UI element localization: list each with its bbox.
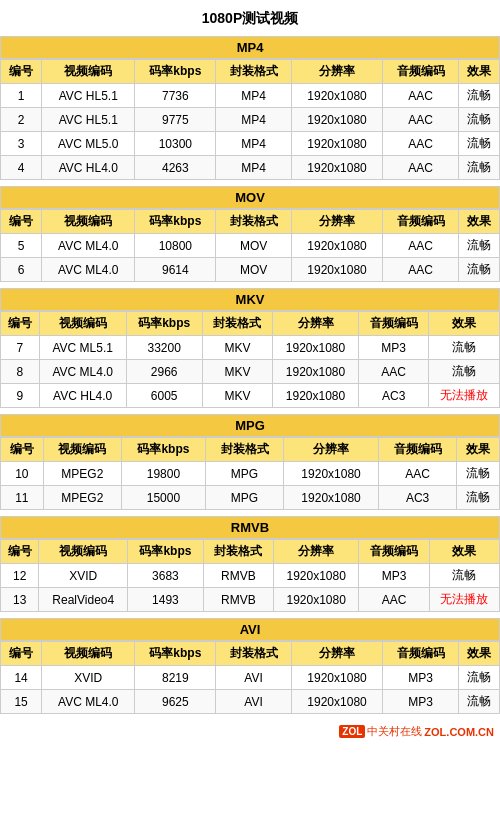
table-cell: 9775 <box>135 108 216 132</box>
table-cell: 11 <box>1 486 44 510</box>
table-header-cell: 效果 <box>429 540 499 564</box>
table-header-cell: 视频编码 <box>42 60 135 84</box>
table-cell: MOV <box>216 234 291 258</box>
table-cell: AVC ML4.0 <box>42 690 135 714</box>
table-cell: 1920x1080 <box>284 462 379 486</box>
table-header-cell: 分辨率 <box>273 312 359 336</box>
table-cell: RMVB <box>203 588 273 612</box>
table-cell: 流畅 <box>457 462 500 486</box>
table-cell: 流畅 <box>458 108 499 132</box>
table-cell: RealVideo4 <box>39 588 128 612</box>
table-cell: AAC <box>359 588 429 612</box>
watermark-url: ZOL.COM.CN <box>424 726 494 738</box>
table-cell: 3 <box>1 132 42 156</box>
table-cell: MKV <box>202 384 273 408</box>
table-cell: 9 <box>1 384 40 408</box>
table-cell: 1920x1080 <box>291 234 383 258</box>
table-cell: 9614 <box>135 258 216 282</box>
table-header-cell: 编号 <box>1 210 42 234</box>
table-cell: 流畅 <box>458 690 499 714</box>
table-cell: MPG <box>205 462 283 486</box>
table-cell: 6 <box>1 258 42 282</box>
table-header-cell: 分辨率 <box>273 540 358 564</box>
table-header-cell: 效果 <box>458 210 499 234</box>
table-cell: 1920x1080 <box>273 588 358 612</box>
table-cell: 1 <box>1 84 42 108</box>
table-cell: 流畅 <box>458 84 499 108</box>
table-header-cell: 视频编码 <box>42 642 135 666</box>
table-header-cell: 效果 <box>429 312 500 336</box>
table-cell: 33200 <box>126 336 202 360</box>
table-cell: MP3 <box>383 666 458 690</box>
table-header-cell: 编号 <box>1 312 40 336</box>
table-cell: 流畅 <box>458 666 499 690</box>
table-cell: 流畅 <box>429 564 499 588</box>
table-cell: 1920x1080 <box>291 690 383 714</box>
table-cell: AAC <box>383 132 458 156</box>
table-cell: 6005 <box>126 384 202 408</box>
table-cell: AAC <box>383 156 458 180</box>
table-cell: AC3 <box>358 384 429 408</box>
table-row: 11MPEG215000MPG1920x1080AC3流畅 <box>1 486 500 510</box>
table-avi: 编号视频编码码率kbps封装格式分辨率音频编码效果14XVID8219AVI19… <box>0 641 500 714</box>
table-cell: 15000 <box>121 486 205 510</box>
table-cell: 9625 <box>135 690 216 714</box>
table-row: 4AVC HL4.04263MP41920x1080AAC流畅 <box>1 156 500 180</box>
table-mov: 编号视频编码码率kbps封装格式分辨率音频编码效果5AVC ML4.010800… <box>0 209 500 282</box>
table-cell: AVI <box>216 666 291 690</box>
table-header-cell: 编号 <box>1 540 39 564</box>
section-rmvb: RMVB编号视频编码码率kbps封装格式分辨率音频编码效果12XVID3683R… <box>0 516 500 612</box>
table-cell: AVI <box>216 690 291 714</box>
table-cell: XVID <box>42 666 135 690</box>
table-cell: 10300 <box>135 132 216 156</box>
table-cell: MOV <box>216 258 291 282</box>
table-header-cell: 码率kbps <box>135 60 216 84</box>
table-header-cell: 封装格式 <box>216 60 291 84</box>
table-cell: MPEG2 <box>43 462 121 486</box>
table-row: 15AVC ML4.09625AVI1920x1080MP3流畅 <box>1 690 500 714</box>
table-cell: 19800 <box>121 462 205 486</box>
table-header-cell: 效果 <box>458 60 499 84</box>
table-cell: 流畅 <box>458 258 499 282</box>
table-header-cell: 分辨率 <box>291 60 383 84</box>
table-header-cell: 编号 <box>1 642 42 666</box>
table-cell: 1920x1080 <box>291 108 383 132</box>
table-header-cell: 视频编码 <box>39 540 128 564</box>
section-header-rmvb: RMVB <box>0 516 500 539</box>
table-cell: MP3 <box>359 564 429 588</box>
table-header-cell: 封装格式 <box>203 540 273 564</box>
table-header-cell: 效果 <box>457 438 500 462</box>
table-cell: AAC <box>383 258 458 282</box>
table-cell: 2966 <box>126 360 202 384</box>
table-cell: MPEG2 <box>43 486 121 510</box>
table-cell: 无法播放 <box>429 588 499 612</box>
zol-logo-icon: ZOL <box>339 725 365 738</box>
table-cell: 15 <box>1 690 42 714</box>
table-cell: 1920x1080 <box>273 360 359 384</box>
table-cell: AVC HL5.1 <box>42 108 135 132</box>
table-header-cell: 码率kbps <box>128 540 204 564</box>
table-header-cell: 封装格式 <box>216 210 291 234</box>
table-cell: RMVB <box>203 564 273 588</box>
table-row: 2AVC HL5.19775MP41920x1080AAC流畅 <box>1 108 500 132</box>
table-cell: 1920x1080 <box>291 258 383 282</box>
table-cell: AVC HL4.0 <box>39 384 126 408</box>
table-header-cell: 音频编码 <box>383 60 458 84</box>
table-header-cell: 分辨率 <box>291 642 383 666</box>
table-header-cell: 码率kbps <box>126 312 202 336</box>
watermark-site: 中关村在线 <box>367 724 422 739</box>
table-cell: MP3 <box>383 690 458 714</box>
table-header-cell: 视频编码 <box>42 210 135 234</box>
table-cell: 8 <box>1 360 40 384</box>
table-cell: MP4 <box>216 156 291 180</box>
watermark: ZOL 中关村在线 ZOL.COM.CN <box>0 720 500 741</box>
table-cell: AVC HL5.1 <box>42 84 135 108</box>
table-cell: MP4 <box>216 84 291 108</box>
table-cell: 2 <box>1 108 42 132</box>
table-cell: AC3 <box>379 486 457 510</box>
section-header-mpg: MPG <box>0 414 500 437</box>
table-row: 1AVC HL5.17736MP41920x1080AAC流畅 <box>1 84 500 108</box>
table-cell: MP3 <box>358 336 429 360</box>
table-row: 12XVID3683RMVB1920x1080MP3流畅 <box>1 564 500 588</box>
section-mov: MOV编号视频编码码率kbps封装格式分辨率音频编码效果5AVC ML4.010… <box>0 186 500 282</box>
